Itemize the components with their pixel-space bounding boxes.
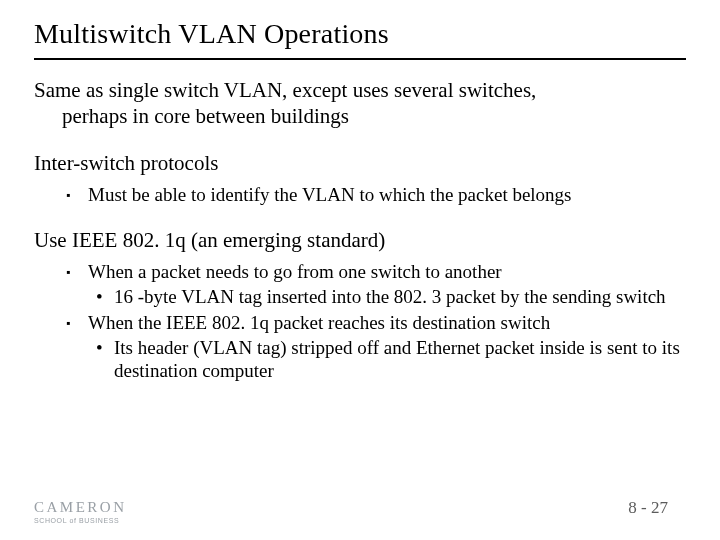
title-rule — [34, 58, 686, 60]
list-item: When a packet needs to go from one switc… — [88, 260, 686, 308]
footer-logo: CAMERON SCHOOL of BUSINESS — [34, 500, 127, 524]
sub-bullets: Its header (VLAN tag) stripped off and E… — [88, 336, 686, 382]
ieee-bullets: When a packet needs to go from one switc… — [34, 260, 686, 383]
list-item: When the IEEE 802. 1q packet reaches its… — [88, 311, 686, 383]
list-item: Its header (VLAN tag) stripped off and E… — [114, 336, 686, 382]
sub-bullets: 16 -byte VLAN tag inserted into the 802.… — [88, 285, 686, 308]
list-item: 16 -byte VLAN tag inserted into the 802.… — [114, 285, 686, 308]
paragraph-interswitch: Inter-switch protocols — [34, 151, 686, 177]
paragraph-ieee: Use IEEE 802. 1q (an emerging standard) — [34, 228, 686, 254]
logo-main-text: CAMERON — [34, 500, 127, 515]
interswitch-bullets: Must be able to identify the VLAN to whi… — [34, 183, 686, 206]
slide: Multiswitch VLAN Operations Same as sing… — [0, 0, 720, 540]
list-item-text: When a packet needs to go from one switc… — [88, 261, 502, 282]
logo-sub-text: SCHOOL of BUSINESS — [34, 517, 127, 524]
intro-line2: perhaps in core between buildings — [34, 104, 686, 130]
slide-body: Same as single switch VLAN, except uses … — [34, 78, 686, 382]
slide-title: Multiswitch VLAN Operations — [34, 18, 686, 50]
list-item: Must be able to identify the VLAN to whi… — [88, 183, 686, 206]
page-number: 8 - 27 — [628, 498, 668, 518]
list-item-text: When the IEEE 802. 1q packet reaches its… — [88, 312, 550, 333]
intro-line1: Same as single switch VLAN, except uses … — [34, 78, 536, 102]
paragraph-intro: Same as single switch VLAN, except uses … — [34, 78, 686, 129]
